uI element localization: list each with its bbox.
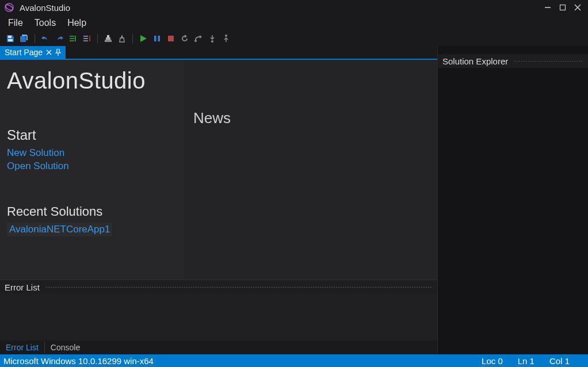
start-page-title: AvalonStudio xyxy=(7,68,177,94)
grip-dots-icon xyxy=(514,61,583,62)
solution-explorer-panel: Solution Explorer xyxy=(437,46,588,354)
redo-icon[interactable] xyxy=(54,33,65,44)
error-list-title: Error List xyxy=(5,282,40,292)
tab-label: Start Page xyxy=(5,48,43,57)
open-solution-link[interactable]: Open Solution xyxy=(7,160,177,173)
new-solution-link[interactable]: New Solution xyxy=(7,147,177,160)
status-os: Microsoft Windows 10.0.16299 win-x64 xyxy=(3,356,154,366)
close-tab-icon[interactable] xyxy=(46,49,52,55)
save-all-icon[interactable] xyxy=(18,33,30,44)
svg-point-23 xyxy=(211,40,213,43)
run-icon[interactable] xyxy=(138,33,149,44)
solution-explorer-header[interactable]: Solution Explorer xyxy=(438,54,588,68)
maximize-button[interactable] xyxy=(556,2,570,13)
bottom-tab-bar: Error List Console xyxy=(0,341,437,354)
bottom-tab-error-list[interactable]: Error List xyxy=(0,342,45,353)
app-logo-icon xyxy=(3,2,15,13)
editor-column: Start Page AvalonStudio Start New Soluti… xyxy=(0,46,437,354)
svg-rect-3 xyxy=(560,5,566,10)
menu-tools[interactable]: Tools xyxy=(29,17,62,29)
document-tabstrip: Start Page xyxy=(0,46,437,60)
error-list-body xyxy=(0,294,437,341)
step-into-icon[interactable] xyxy=(207,33,218,44)
start-heading: Start xyxy=(7,127,177,143)
svg-rect-6 xyxy=(8,36,12,38)
solution-explorer-title: Solution Explorer xyxy=(442,56,508,66)
solution-explorer-body xyxy=(438,68,588,354)
svg-rect-7 xyxy=(8,39,13,41)
comment-icon[interactable] xyxy=(67,33,79,44)
titlebar: AvalonStudio xyxy=(0,0,588,15)
svg-rect-19 xyxy=(154,36,156,41)
svg-rect-17 xyxy=(106,37,110,40)
menu-file[interactable]: File xyxy=(2,17,29,29)
save-icon[interactable] xyxy=(5,33,16,44)
svg-point-24 xyxy=(225,35,227,37)
restart-icon[interactable] xyxy=(179,33,190,44)
recent-solutions-heading: Recent Solutions xyxy=(7,204,177,219)
menu-help[interactable]: Help xyxy=(62,17,92,29)
menubar: File Tools Help xyxy=(0,15,588,31)
pause-icon[interactable] xyxy=(151,33,163,44)
status-ln: Ln 1 xyxy=(518,356,534,366)
status-loc: Loc 0 xyxy=(482,356,503,366)
svg-point-22 xyxy=(194,40,197,42)
step-out-icon[interactable] xyxy=(220,33,232,44)
error-list-header[interactable]: Error List xyxy=(0,280,437,294)
svg-rect-18 xyxy=(107,35,109,37)
uncomment-icon[interactable] xyxy=(81,33,93,44)
news-heading: News xyxy=(193,109,437,127)
svg-rect-20 xyxy=(158,36,161,41)
start-page-right-column: News xyxy=(184,60,437,280)
status-bar: Microsoft Windows 10.0.16299 win-x64 Loc… xyxy=(0,354,588,367)
main-area: Start Page AvalonStudio Start New Soluti… xyxy=(0,46,588,354)
error-list-panel: Error List Error List Console xyxy=(0,280,437,354)
svg-rect-16 xyxy=(105,40,112,42)
app-title: AvalonStudio xyxy=(20,3,70,13)
clean-icon[interactable] xyxy=(116,33,128,44)
status-col: Col 1 xyxy=(549,356,570,366)
start-page: AvalonStudio Start New Solution Open Sol… xyxy=(0,60,437,280)
build-icon[interactable] xyxy=(102,33,114,44)
toolbar xyxy=(0,31,588,46)
stop-icon[interactable] xyxy=(165,33,177,44)
grip-dots-icon xyxy=(45,287,433,288)
pin-tab-icon[interactable] xyxy=(55,49,61,56)
tab-start-page[interactable]: Start Page xyxy=(0,46,66,59)
start-page-left-column: AvalonStudio Start New Solution Open Sol… xyxy=(0,60,184,280)
svg-rect-21 xyxy=(168,36,174,41)
close-button[interactable] xyxy=(571,2,585,13)
minimize-button[interactable] xyxy=(541,2,555,13)
bottom-tab-console[interactable]: Console xyxy=(45,342,86,353)
recent-solution-item[interactable]: AvaloniaNETCoreApp1 xyxy=(7,223,112,236)
step-over-icon[interactable] xyxy=(193,33,204,44)
undo-icon[interactable] xyxy=(40,33,51,44)
app-window: AvalonStudio File Tools Help xyxy=(0,0,588,367)
